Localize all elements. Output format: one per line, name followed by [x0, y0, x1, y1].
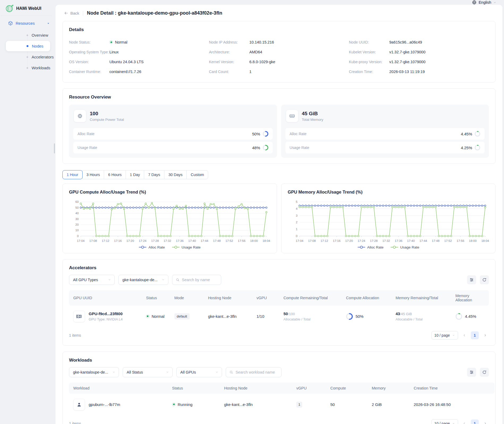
- page-size-select[interactable]: 10 / page: [432, 331, 458, 340]
- column-header: Hosting Node: [204, 290, 252, 306]
- workloads-title: Workloads: [69, 358, 489, 363]
- details-column: Node IP Address:10.140.15.216Architectur…: [209, 37, 349, 76]
- rate-label: Usage Rate: [78, 145, 97, 150]
- time-tab-30-days[interactable]: 30 Days: [164, 170, 187, 179]
- detail-value: AMD64: [249, 50, 262, 54]
- page-header: Back Node Detail : gke-kantaloupe-demo-g…: [62, 5, 496, 21]
- details-column: Node Status:NormalOperating System Type:…: [69, 37, 209, 76]
- column-settings-button[interactable]: [467, 275, 476, 284]
- sidebar-item-nodes[interactable]: Nodes: [6, 41, 50, 51]
- detail-value: Normal: [109, 40, 127, 44]
- time-tab-1-hour[interactable]: 1 Hour: [62, 170, 83, 179]
- sidebar-item-label: Accelerators: [32, 55, 54, 59]
- sidebar-item-accelerators[interactable]: Accelerators: [6, 52, 50, 62]
- back-button[interactable]: Back: [64, 11, 79, 15]
- workload-status-select[interactable]: All Status: [123, 367, 173, 377]
- sidebar-item-resources[interactable]: Resources: [0, 18, 55, 29]
- svg-text:17:16: 17:16: [114, 239, 122, 242]
- detail-value: 10.140.15.216: [249, 40, 274, 44]
- legend-item[interactable]: Usage Rate: [172, 245, 200, 249]
- sidebar: HAMi WebUI Resources OverviewNodesAccele…: [0, 0, 55, 424]
- sidebar-item-workloads[interactable]: Workloads: [6, 63, 50, 73]
- sidebar-item-label: Workloads: [32, 66, 50, 70]
- svg-text:17:52: 17:52: [225, 239, 233, 242]
- stat-icon-tile: [286, 110, 298, 122]
- refresh-button[interactable]: [480, 368, 489, 377]
- detail-value: v1.32.7-gke.1079000: [389, 60, 425, 64]
- column-header: Mode: [170, 290, 204, 306]
- column-header: Creation Time: [409, 383, 494, 394]
- status-badge: Running: [172, 402, 193, 407]
- chevron-left-icon: [463, 422, 466, 424]
- workload-search-input[interactable]: [236, 370, 278, 374]
- svg-text:50: 50: [75, 206, 79, 209]
- legend-item[interactable]: Alloc Rate: [357, 245, 384, 249]
- legend-label: Alloc Rate: [367, 245, 384, 249]
- allocatable-total-label: Allocatable / Total: [284, 317, 338, 321]
- details-card: Details Node Status:NormalOperating Syst…: [62, 21, 496, 83]
- prev-page-button[interactable]: [461, 420, 468, 424]
- column-settings-button[interactable]: [467, 368, 476, 377]
- resources-label: Resources: [16, 21, 44, 25]
- search-icon: [176, 278, 180, 282]
- legend-marker-icon: [139, 246, 147, 249]
- page-size-select[interactable]: 10 / page: [432, 419, 458, 424]
- time-tab-custom[interactable]: Custom: [186, 170, 208, 179]
- svg-text:17:12: 17:12: [320, 239, 328, 242]
- time-tab-6-hours[interactable]: 6 Hours: [104, 170, 126, 179]
- workload-node-select[interactable]: gke-kantaloupe-de...: [69, 367, 119, 377]
- time-tab-3-hours[interactable]: 3 Hours: [82, 170, 104, 179]
- workload-gpu-select[interactable]: All GPUs: [176, 367, 222, 377]
- allocatable-total-label: Allocatable / Total: [396, 317, 447, 321]
- sidebar-item-label: Nodes: [32, 44, 43, 48]
- page-number-button[interactable]: 1: [471, 419, 479, 424]
- accelerator-search-input[interactable]: [182, 278, 218, 282]
- next-page-button[interactable]: [481, 332, 489, 339]
- detail-value: 1: [249, 70, 251, 74]
- rate-label: Alloc Rate: [290, 132, 307, 136]
- legend-marker-icon: [390, 246, 398, 249]
- items-count: 1 items: [69, 333, 81, 337]
- detail-value: 6.8.0-1029-gke: [249, 60, 275, 64]
- column-header: Status: [142, 290, 170, 306]
- prev-page-button[interactable]: [461, 332, 468, 339]
- page-number-button[interactable]: 1: [471, 331, 479, 339]
- details-column: Node UUID:9a615c96...a06c49Kubelet Versi…: [349, 37, 489, 76]
- sidebar-scrollbar[interactable]: [54, 143, 55, 153]
- stat-rate-row: Alloc Rate4.45%: [285, 128, 485, 140]
- stat-value: 100: [90, 111, 124, 117]
- app-logo: HAMi WebUI: [1, 2, 52, 16]
- chip-icon: [77, 113, 83, 119]
- legend-label: Usage Rate: [400, 245, 419, 249]
- workloads-card: Workloads gke-kantaloupe-de... All Statu…: [62, 352, 496, 424]
- node-select[interactable]: gke-kantaloupe-de...: [118, 275, 168, 285]
- workload-name[interactable]: gpuburn-...-lb77m: [89, 402, 120, 407]
- svg-text:17:48: 17:48: [432, 239, 439, 242]
- time-tab-1-day[interactable]: 1 Day: [126, 170, 144, 179]
- column-header: vGPU: [252, 290, 279, 306]
- table-row[interactable]: gpuburn-...-lb77mRunninggke-kant...e-3fl…: [69, 394, 494, 416]
- resource-overview-title: Resource Overview: [69, 95, 489, 100]
- chevron-down-icon: [161, 278, 165, 281]
- gpu-type-select[interactable]: All GPU Types: [69, 275, 115, 285]
- gpu-uuid[interactable]: GPU-f9cd...23f800: [89, 311, 123, 316]
- column-header: Memory Allocation: [451, 290, 489, 306]
- detail-value: 9a615c96...a06c49: [389, 40, 422, 44]
- chevron-down-icon: [493, 1, 497, 4]
- bullet-dot-icon: [27, 45, 28, 47]
- legend-item[interactable]: Alloc Rate: [139, 245, 165, 249]
- rate-value: 50%: [252, 132, 260, 136]
- next-page-button[interactable]: [481, 420, 489, 424]
- svg-text:17:20: 17:20: [126, 239, 134, 242]
- refresh-icon: [482, 370, 487, 375]
- sidebar-item-overview[interactable]: Overview: [6, 30, 50, 40]
- refresh-button[interactable]: [480, 275, 489, 284]
- language-selector[interactable]: English: [472, 0, 497, 5]
- detail-field: Node IP Address:10.140.15.216: [209, 37, 349, 47]
- chart-title: GPU Memory Alloc/Usage Trend (%): [288, 190, 489, 195]
- svg-text:18:04: 18:04: [481, 239, 489, 242]
- time-tab-7-days[interactable]: 7 Days: [144, 170, 164, 179]
- table-row[interactable]: GPU-f9cd...23f800GPU Type: NVIDIA L4Norm…: [69, 306, 489, 327]
- vgpu-count: 1/10: [252, 306, 279, 327]
- legend-item[interactable]: Usage Rate: [390, 245, 419, 249]
